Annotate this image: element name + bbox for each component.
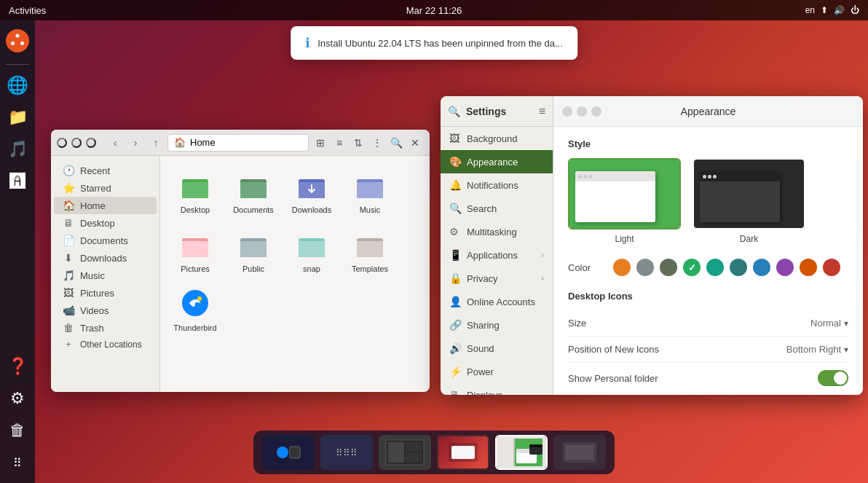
- color-red[interactable]: [823, 259, 840, 276]
- settings-item-search[interactable]: 🔍 Search: [441, 197, 553, 220]
- settings-item-displays[interactable]: 🖥 Displays: [441, 383, 553, 395]
- close-window-button[interactable]: ×: [591, 106, 601, 117]
- file-item-public[interactable]: Public: [227, 224, 280, 277]
- style-preview-light[interactable]: Light: [568, 158, 681, 244]
- activities-label[interactable]: Activities: [9, 5, 46, 16]
- fm-forward-button[interactable]: ›: [127, 134, 144, 152]
- settings-item-sound[interactable]: 🔊 Sound: [441, 337, 553, 360]
- taskbar-thumb-4[interactable]: [437, 435, 489, 470]
- fm-sidebar-downloads[interactable]: ⬇ Downloads: [54, 249, 157, 267]
- fm-sidebar-music[interactable]: 🎵 Music: [54, 267, 157, 284]
- color-orange[interactable]: [613, 259, 631, 276]
- fm-sidebar-other-locations[interactable]: + Other Locations: [54, 337, 157, 353]
- fm-sidebar-recent[interactable]: 🕐 Recent: [54, 162, 157, 179]
- settings-item-applications[interactable]: 📱 Applications ›: [441, 243, 553, 267]
- sidebar-item-trash[interactable]: 🗑: [3, 416, 32, 445]
- file-item-snap[interactable]: snap: [285, 224, 338, 277]
- settings-item-sharing[interactable]: 🔗 Sharing: [441, 313, 553, 337]
- fm-sort-button[interactable]: ⇅: [350, 134, 367, 152]
- fm-search-button[interactable]: 🔍: [387, 134, 405, 152]
- style-preview-dark[interactable]: Dark: [693, 158, 805, 244]
- personal-folder-label: Show Personal folder: [568, 373, 658, 384]
- taskbar-thumb-2[interactable]: ⠿⠿⠿: [320, 435, 373, 470]
- size-dropdown-arrow: ▾: [844, 318, 848, 329]
- size-value[interactable]: Normal ▾: [810, 318, 848, 329]
- settings-item-notifications[interactable]: 🔔 Notifications: [441, 173, 553, 197]
- taskbar-thumb-6[interactable]: [553, 435, 606, 470]
- maximize-button[interactable]: □: [577, 106, 587, 117]
- color-dark-blue[interactable]: [730, 259, 747, 276]
- sidebar-item-files[interactable]: 📁: [3, 103, 32, 132]
- network-icon[interactable]: ⬆: [821, 5, 828, 15]
- fm-maximize-button[interactable]: [86, 138, 96, 148]
- fm-minimize-button[interactable]: [71, 138, 82, 148]
- lang-indicator[interactable]: en: [805, 5, 815, 15]
- color-olive[interactable]: [660, 259, 677, 276]
- color-pink[interactable]: [800, 259, 817, 276]
- file-item-thunderbird[interactable]: Thunderbird: [169, 283, 221, 336]
- fm-sidebar-desktop[interactable]: 🖥 Desktop: [54, 214, 157, 232]
- videos-icon: 📹: [63, 305, 74, 316]
- position-value[interactable]: Bottom Right ▾: [786, 344, 848, 355]
- svg-point-22: [277, 447, 288, 458]
- settings-appearance-label: Appearance: [467, 157, 518, 168]
- toast-icon: ℹ: [305, 35, 310, 51]
- fm-sidebar-trash[interactable]: 🗑 Trash: [54, 319, 157, 337]
- settings-item-online-accounts[interactable]: 👤 Online Accounts: [441, 290, 553, 313]
- desktop-folder-icon: [178, 168, 213, 203]
- sidebar-item-help[interactable]: ❓: [3, 352, 32, 381]
- fm-close-button[interactable]: [57, 138, 67, 148]
- taskbar-thumb-1[interactable]: [262, 435, 315, 470]
- personal-folder-toggle[interactable]: [818, 370, 848, 386]
- taskbar-thumb-3[interactable]: [379, 435, 431, 470]
- settings-item-privacy[interactable]: 🔒 Privacy ›: [441, 267, 553, 290]
- file-item-documents[interactable]: Documents: [227, 165, 280, 218]
- sidebar-item-ubuntu[interactable]: [3, 26, 32, 55]
- file-item-downloads[interactable]: Downloads: [285, 165, 338, 218]
- settings-search-icon[interactable]: 🔍: [448, 106, 460, 117]
- sidebar-item-settings[interactable]: ⚙: [3, 384, 32, 413]
- sidebar-item-apps[interactable]: ⠿: [3, 448, 32, 477]
- color-blue[interactable]: [753, 259, 770, 276]
- fm-close-icon[interactable]: ✕: [406, 134, 424, 152]
- fm-sidebar-other-label: Other Locations: [80, 339, 142, 350]
- color-teal[interactable]: [706, 259, 724, 276]
- settings-item-appearance[interactable]: 🎨 Appearance: [441, 150, 553, 173]
- fm-sidebar-home[interactable]: 🏠 Home: [54, 197, 157, 214]
- settings-item-power[interactable]: ⚡ Power: [441, 360, 553, 383]
- sidebar-item-rhythmbox[interactable]: 🎵: [3, 135, 32, 164]
- fm-sidebar-starred[interactable]: ⭐ Starred: [54, 179, 157, 197]
- file-item-desktop[interactable]: Desktop: [169, 165, 221, 218]
- fm-address-bar[interactable]: 🏠 Home: [167, 134, 309, 152]
- fm-sidebar-videos[interactable]: 📹 Videos: [54, 302, 157, 319]
- power-icon[interactable]: ⏻: [851, 5, 859, 15]
- file-item-pictures[interactable]: Pictures: [169, 224, 221, 277]
- downloads-file-name: Downloads: [292, 205, 331, 215]
- fm-sidebar-documents[interactable]: 📄 Documents: [54, 232, 157, 249]
- style-section-title: Style: [568, 138, 848, 149]
- file-item-music[interactable]: Music: [344, 165, 396, 218]
- color-green[interactable]: [683, 259, 701, 276]
- fm-sidebar-pictures[interactable]: 🖼 Pictures: [54, 284, 157, 302]
- color-gray[interactable]: [636, 259, 654, 276]
- fm-menu-button[interactable]: ⋮: [368, 134, 386, 152]
- file-item-templates[interactable]: Templates: [344, 224, 396, 277]
- sidebar-item-firefox[interactable]: 🌐: [3, 71, 32, 100]
- fm-up-button[interactable]: ↑: [147, 134, 165, 152]
- sidebar-item-software[interactable]: 🅰: [3, 167, 32, 196]
- settings-menu-icon[interactable]: ≡: [539, 105, 545, 118]
- settings-item-multitasking[interactable]: ⚙ Multitasking: [441, 220, 553, 243]
- color-purple[interactable]: [776, 259, 794, 276]
- fm-view-list-button[interactable]: ≡: [331, 134, 348, 152]
- taskbar-thumb-5[interactable]: [495, 435, 548, 470]
- minimize-button[interactable]: −: [562, 106, 572, 117]
- top-bar: Activities Mar 22 11:26 en ⬆ 🔊 ⏻: [0, 0, 868, 20]
- fm-home-icon: 🏠: [174, 137, 186, 148]
- volume-icon[interactable]: 🔊: [834, 5, 845, 15]
- personal-folder-row: Show Personal folder: [568, 363, 848, 393]
- fm-back-button[interactable]: ‹: [106, 134, 124, 152]
- desktop-file-name: Desktop: [181, 205, 210, 215]
- settings-item-background[interactable]: 🖼 Background: [441, 127, 553, 150]
- fm-view-grid-button[interactable]: ⊞: [312, 134, 329, 152]
- settings-sidebar-header: 🔍 Settings ≡: [441, 96, 553, 127]
